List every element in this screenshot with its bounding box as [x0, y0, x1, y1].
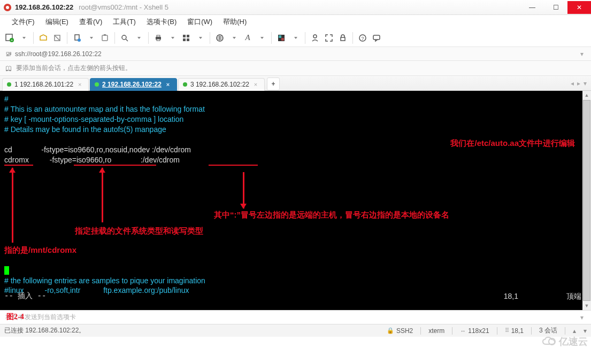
lock-button[interactable]: [336, 32, 349, 44]
svg-point-10: [122, 35, 126, 40]
tab-bar: 1 192.168.26.101:22 × 2 192.168.26.102:2…: [0, 76, 591, 91]
watermark-text: 亿速云: [559, 335, 588, 348]
paste-button[interactable]: [98, 32, 111, 44]
address-bar: 🖳 ssh://root@192.168.26.102:22 ▾: [0, 47, 591, 61]
tab-label: 1 192.168.26.101:22: [14, 81, 73, 88]
scroll-thumb[interactable]: [583, 100, 590, 301]
language-button[interactable]: [213, 32, 226, 44]
svg-rect-9: [104, 34, 106, 36]
help-icon-button[interactable]: ?: [356, 32, 369, 44]
hint-text: 要添加当前会话，点击左侧的箭头按钮。: [16, 64, 132, 73]
address-dropdown[interactable]: ▾: [577, 50, 587, 58]
user-button[interactable]: [309, 32, 321, 44]
svg-text:?: ?: [361, 36, 364, 41]
send-input-field[interactable]: 图2-4 将文本发送到当前选项卡: [4, 313, 577, 322]
session-tab-3[interactable]: 3 192.168.26.102:22 ×: [178, 78, 265, 91]
menu-tab[interactable]: 选项卡(B): [141, 15, 182, 29]
status-nav-up-icon[interactable]: ▴: [573, 327, 576, 335]
fullscreen-button[interactable]: [323, 32, 335, 44]
menu-file[interactable]: 文件(F): [6, 15, 40, 29]
copy-button[interactable]: [71, 32, 83, 44]
annotation-underline: [74, 165, 156, 166]
svg-point-27: [549, 338, 555, 345]
close-button[interactable]: ✕: [567, 1, 591, 14]
minimize-button[interactable]: —: [520, 1, 544, 14]
annotation-text: 其中“:”冒号左边指的是远端的主机，冒号右边指的是本地的设备名: [214, 210, 449, 220]
scroll-up-icon[interactable]: ▲: [582, 91, 591, 99]
properties-button[interactable]: [180, 32, 193, 44]
svg-rect-15: [187, 35, 189, 37]
print-button[interactable]: [152, 32, 165, 44]
annotation-underline: [209, 165, 258, 166]
annotation-text: 指定挂载的文件系统类型和读写类型: [75, 226, 203, 236]
bookmark-add-icon[interactable]: 🕮: [4, 65, 13, 72]
disconnect-button[interactable]: [51, 32, 64, 44]
add-tab-button[interactable]: +: [267, 78, 280, 90]
svg-rect-26: [373, 35, 380, 40]
annotation-arrow-icon: [243, 172, 244, 208]
session-tab-1[interactable]: 1 192.168.26.101:22 ×: [2, 78, 89, 91]
status-dot-icon: [95, 82, 99, 87]
svg-rect-14: [183, 35, 186, 37]
status-nav-down-icon[interactable]: ▾: [584, 327, 587, 335]
vim-mode-indicator: -- 插入 --: [4, 291, 581, 301]
status-dot-icon: [7, 82, 11, 87]
address-scheme-icon: 🖳: [4, 50, 13, 58]
tab-nav-dropdown-icon[interactable]: ▾: [584, 80, 587, 87]
find-dropdown[interactable]: [132, 32, 145, 44]
new-session-dropdown[interactable]: [17, 32, 30, 44]
colorscheme-dropdown[interactable]: [289, 32, 302, 44]
vim-status-right: 18,1 顶端: [504, 291, 581, 301]
new-session-button[interactable]: +: [3, 32, 16, 44]
feedback-button[interactable]: [370, 32, 383, 44]
status-connection: 已连接 192.168.26.102:22。: [4, 326, 85, 335]
app-logo-icon: [3, 3, 12, 12]
font-dropdown[interactable]: [255, 32, 268, 44]
terminal-line: #: [4, 94, 587, 104]
copy-dropdown[interactable]: [85, 32, 97, 44]
tab-nav-left-icon[interactable]: ◂: [571, 80, 574, 87]
tab-nav-right-icon[interactable]: ▸: [577, 80, 580, 87]
tab-close-icon[interactable]: ×: [76, 81, 83, 88]
window-subtitle: root@vms002:/mnt - Xshell 5: [79, 3, 168, 11]
annotation-text: 我们在/etc/auto.aa文件中进行编辑: [450, 138, 575, 148]
resize-icon: ↔: [460, 328, 466, 334]
status-sessions: 3 会话: [539, 326, 557, 335]
language-dropdown[interactable]: [227, 32, 240, 44]
svg-rect-23: [341, 37, 345, 41]
address-text[interactable]: ssh://root@192.168.26.102:22: [15, 50, 577, 58]
watermark: 亿速云: [542, 335, 588, 348]
menu-tools[interactable]: 工具(T): [108, 15, 141, 29]
menu-edit[interactable]: 编辑(E): [40, 15, 74, 29]
terminal-line: # the following entries are samples to p…: [4, 276, 205, 286]
properties-dropdown[interactable]: [194, 32, 206, 44]
svg-rect-17: [187, 38, 189, 41]
status-proto: 🔒SSH2: [387, 327, 413, 335]
print-dropdown[interactable]: [166, 32, 179, 44]
svg-point-1: [6, 6, 9, 9]
svg-rect-16: [183, 38, 186, 41]
terminal-line: # key [ -mount-options-separated-by-comm…: [4, 114, 587, 125]
menu-help[interactable]: 帮助(H): [218, 15, 252, 29]
terminal-view[interactable]: # # This is an automounter map and it ha…: [0, 91, 591, 310]
find-button[interactable]: [118, 32, 131, 44]
menu-bar: 文件(F) 编辑(E) 查看(V) 工具(T) 选项卡(B) 窗口(W) 帮助(…: [0, 15, 591, 29]
font-button[interactable]: A: [241, 32, 254, 44]
tab-label: 3 192.168.26.102:22: [190, 81, 249, 88]
vim-topend: 顶端: [566, 291, 581, 301]
menu-window[interactable]: 窗口(W): [182, 15, 218, 29]
hint-bar: 🕮 要添加当前会话，点击左侧的箭头按钮。: [0, 61, 591, 76]
reconnect-button[interactable]: [37, 32, 50, 44]
menu-view[interactable]: 查看(V): [74, 15, 108, 29]
send-target-dropdown[interactable]: ▾: [577, 314, 587, 321]
tab-close-icon[interactable]: ×: [165, 81, 171, 88]
maximize-button[interactable]: ☐: [544, 1, 567, 14]
terminal-scrollbar[interactable]: ▲ ▼: [582, 91, 591, 310]
colorscheme-button[interactable]: [275, 32, 288, 44]
scroll-down-icon[interactable]: ▼: [582, 301, 591, 310]
cloud-watermark-icon: [542, 337, 557, 346]
session-tab-2[interactable]: 2 192.168.26.102:22 ×: [90, 78, 177, 91]
send-input-bar: 图2-4 将文本发送到当前选项卡 ▾: [0, 310, 591, 324]
lock-small-icon: 🔒: [387, 327, 394, 334]
tab-close-icon[interactable]: ×: [252, 81, 259, 88]
